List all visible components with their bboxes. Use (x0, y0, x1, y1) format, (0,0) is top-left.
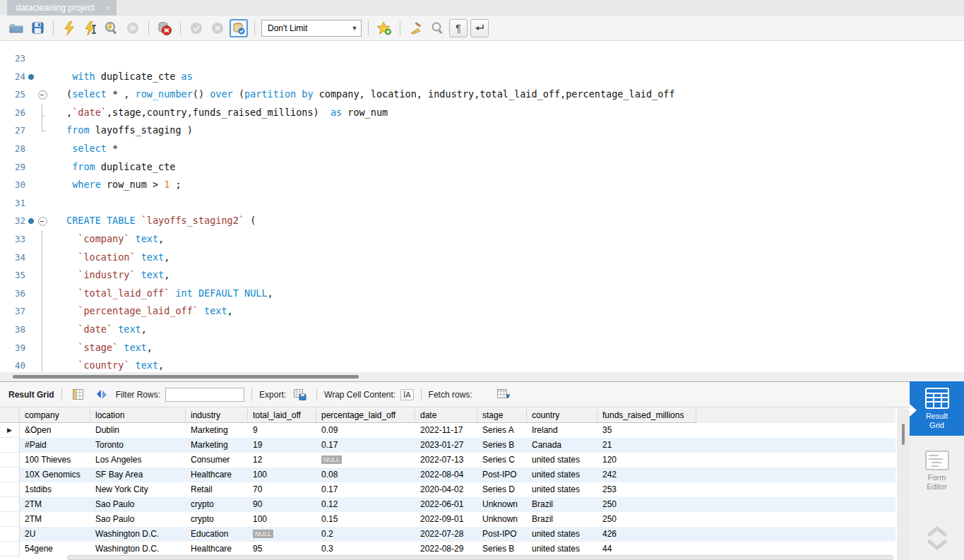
column-header-stage[interactable]: stage (477, 408, 527, 423)
sidebar-item-result-grid[interactable]: Result Grid (910, 381, 964, 436)
tab-close-icon[interactable]: × (105, 4, 110, 13)
table-row[interactable]: 1stdibsNew York CityRetail700.172020-04-… (0, 482, 895, 497)
cell-industry[interactable]: Retail (186, 482, 248, 497)
cell-funds_raised_millions[interactable]: 120 (597, 453, 696, 467)
code-line[interactable]: 39 `stage` text, (0, 339, 964, 357)
row-selector[interactable] (0, 542, 20, 556)
code-line[interactable]: 24 with duplicate_cte as (0, 68, 964, 86)
column-header-location[interactable]: location (90, 408, 186, 423)
cell-funds_raised_millions[interactable]: 250 (597, 512, 696, 527)
cell-percentage_laid_off[interactable]: 0.3 (316, 542, 415, 556)
cell-location[interactable]: SF Bay Area (90, 467, 186, 482)
cell-stage[interactable]: Series B (477, 542, 527, 556)
cell-percentage_laid_off[interactable]: 0.15 (316, 512, 415, 527)
cell-percentage_laid_off[interactable]: NULL (316, 453, 415, 467)
refresh-button[interactable] (93, 386, 111, 404)
cell-industry[interactable]: Healthcare (186, 542, 248, 556)
cell-country[interactable]: united states (527, 482, 597, 497)
cell-company[interactable]: 1stdibs (20, 482, 90, 497)
column-header-funds_raised_millions[interactable]: funds_raised_millions (597, 408, 696, 423)
cell-stage[interactable]: Series C (477, 453, 527, 467)
cell-total_laid_off[interactable]: 90 (248, 497, 316, 512)
cell-date[interactable]: 2022-09-01 (415, 512, 477, 527)
code-line[interactable]: 25(select * , row_number() over (partiti… (0, 85, 964, 104)
cell-location[interactable]: Toronto (90, 438, 186, 453)
row-selector[interactable] (0, 512, 20, 527)
grid-horizontal-scrollbar[interactable] (67, 555, 893, 560)
cell-funds_raised_millions[interactable]: 242 (597, 467, 696, 482)
sidebar-item-form-editor[interactable]: Form Editor (910, 444, 964, 497)
code-line[interactable]: 36 `total_laid_off` int DEFAULT NULL, (0, 285, 964, 303)
cell-location[interactable]: Washington D.C. (90, 542, 186, 556)
fold-collapse-icon[interactable] (36, 212, 49, 230)
limit-rows-dropdown[interactable]: Don't Limit ▼ (261, 20, 362, 37)
toggle-autocommit-button[interactable] (230, 19, 248, 37)
scroll-down-icon[interactable] (910, 540, 964, 550)
row-selector[interactable] (0, 438, 20, 453)
cell-date[interactable]: 2020-04-02 (415, 482, 477, 497)
cell-country[interactable]: Ireland (527, 423, 597, 438)
execute-button[interactable] (60, 19, 78, 37)
stop-query-button[interactable] (124, 19, 142, 37)
cell-stage[interactable]: Series B (477, 438, 527, 453)
cell-stage[interactable]: Post-IPO (477, 467, 527, 482)
explain-button[interactable] (102, 19, 121, 37)
toggle-invisibles-button[interactable]: ¶ (449, 19, 468, 37)
cell-total_laid_off[interactable]: 70 (248, 482, 316, 497)
cell-total_laid_off[interactable]: 95 (248, 542, 316, 556)
code-line[interactable]: 28 select * (0, 140, 964, 158)
editor-hscroll-thumb[interactable] (13, 375, 359, 379)
cell-date[interactable]: 2023-01-27 (415, 438, 477, 453)
cell-country[interactable]: united states (527, 453, 597, 467)
code-line[interactable]: 32CREATE TABLE `layoffs_staging2` ( (0, 212, 964, 230)
column-header-total_laid_off[interactable]: total_laid_off (248, 408, 316, 423)
cell-location[interactable]: Los Angeles (90, 453, 186, 467)
cell-total_laid_off[interactable]: 19 (248, 438, 316, 453)
tab-datacleaning-project[interactable]: datacleaning project × (7, 0, 117, 16)
cell-company[interactable]: 2TM (20, 512, 90, 527)
cell-location[interactable]: Washington D.C. (90, 527, 186, 542)
cell-total_laid_off[interactable]: 12 (248, 453, 316, 467)
column-header-date[interactable]: date (415, 408, 477, 423)
column-header-country[interactable]: country (527, 408, 597, 423)
cell-total_laid_off[interactable]: 9 (248, 423, 316, 438)
cell-stage[interactable]: Unknown (477, 497, 527, 512)
rollback-button[interactable] (208, 19, 227, 37)
cell-percentage_laid_off[interactable]: 0.12 (316, 497, 415, 512)
cell-company[interactable]: 10X Genomics (20, 467, 90, 482)
cell-industry[interactable]: crypto (186, 497, 248, 512)
save-snippet-button[interactable] (375, 19, 393, 37)
execute-current-statement-button[interactable] (81, 19, 100, 37)
table-row[interactable]: 54geneWashington D.C.Healthcare950.32022… (0, 542, 895, 556)
column-header-percentage_laid_off[interactable]: percentage_laid_off (316, 408, 415, 423)
cell-funds_raised_millions[interactable]: 253 (597, 482, 696, 497)
grid-vscroll-thumb[interactable] (902, 424, 905, 445)
cell-percentage_laid_off[interactable]: 0.08 (316, 467, 415, 482)
cell-date[interactable]: 2022-08-04 (415, 467, 477, 482)
cell-location[interactable]: Sao Paulo (90, 497, 186, 512)
column-header-industry[interactable]: industry (186, 408, 248, 423)
cell-company[interactable]: 2TM (20, 497, 90, 512)
table-row[interactable]: 2TMSao Paulocrypto900.122022-06-01Unknow… (0, 497, 895, 512)
code-line[interactable]: 35 `industry` text, (0, 266, 964, 285)
cell-company[interactable]: 2U (20, 527, 90, 542)
cell-funds_raised_millions[interactable]: 250 (597, 497, 696, 512)
toggle-wrap-button[interactable] (470, 19, 489, 37)
code-line[interactable]: 40 `country` text, (0, 357, 964, 372)
cell-date[interactable]: 2022-07-13 (415, 453, 477, 467)
cell-country[interactable]: Brazil (527, 497, 597, 512)
cell-location[interactable]: Dublin (90, 423, 186, 438)
cell-location[interactable]: New York City (90, 482, 186, 497)
cell-country[interactable]: united states (527, 542, 597, 556)
table-row[interactable]: 2UWashington D.C.EducationNULL0.22022-07… (0, 527, 895, 542)
cell-stage[interactable]: Post-IPO (477, 527, 527, 542)
code-line[interactable]: 23 (0, 49, 964, 68)
save-script-button[interactable] (28, 19, 47, 37)
row-selector[interactable] (0, 467, 20, 482)
row-selector[interactable] (0, 497, 20, 512)
cell-industry[interactable]: Marketing (186, 423, 248, 438)
cell-company[interactable]: &Open (20, 423, 90, 438)
open-script-button[interactable] (7, 19, 25, 37)
row-selector[interactable] (0, 453, 20, 467)
column-header-company[interactable]: company (20, 408, 90, 423)
